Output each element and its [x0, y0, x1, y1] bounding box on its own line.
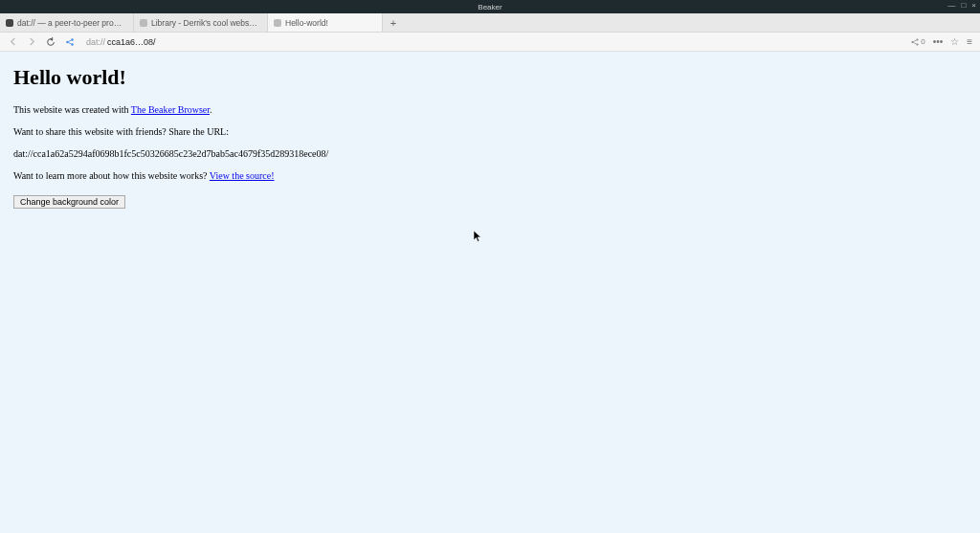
- change-background-button[interactable]: Change background color: [13, 195, 125, 209]
- svg-line-3: [68, 39, 71, 41]
- minimize-button[interactable]: —: [947, 2, 955, 10]
- maximize-button[interactable]: □: [961, 2, 966, 10]
- dat-url-text: dat://cca1a62a5294af0698b1fc5c50326685c2…: [13, 147, 967, 160]
- peers-count: 0: [921, 37, 924, 46]
- window-titlebar: Beaker — □ ×: [0, 0, 980, 13]
- window-title: Beaker: [478, 3, 501, 11]
- intro-paragraph: This website was created with The Beaker…: [13, 103, 967, 116]
- tab-dat-protocol[interactable]: dat:// — a peer-to-peer protocol: [0, 13, 134, 32]
- page-content: Hello world! This website was created wi…: [0, 52, 980, 533]
- peers-indicator[interactable]: 0: [910, 37, 924, 47]
- url-scheme: dat://: [86, 37, 105, 47]
- tab-bar: dat:// — a peer-to-peer protocol Library…: [0, 13, 980, 33]
- tab-label: Library - Derrik's cool website thing: [151, 18, 257, 28]
- beaker-browser-link[interactable]: The Beaker Browser: [131, 104, 210, 115]
- tab-library[interactable]: Library - Derrik's cool website thing: [134, 13, 268, 32]
- reload-button[interactable]: [44, 35, 57, 49]
- svg-line-4: [68, 42, 71, 44]
- page-icon: [140, 19, 147, 27]
- window-controls: — □ ×: [947, 2, 976, 10]
- intro-text: This website was created with: [13, 104, 131, 115]
- forward-button[interactable]: [25, 35, 38, 49]
- new-tab-button[interactable]: +: [383, 13, 404, 32]
- mouse-cursor-icon: [473, 230, 482, 243]
- share-paragraph: Want to share this website with friends?…: [13, 125, 967, 138]
- share-icon[interactable]: [63, 35, 77, 49]
- back-button[interactable]: [6, 35, 19, 49]
- svg-line-8: [914, 39, 917, 41]
- address-bar[interactable]: dat:// cca1a6…08/: [82, 37, 904, 47]
- toolbar-right: 0 ••• ☆ ≡: [910, 36, 974, 47]
- toolbar: dat:// cca1a6…08/ 0 ••• ☆ ≡: [0, 33, 980, 52]
- learn-text: Want to learn more about how this websit…: [13, 170, 210, 181]
- tab-hello-world[interactable]: Hello-world!: [268, 13, 383, 32]
- page-icon: [274, 19, 281, 27]
- bookmark-star-icon[interactable]: ☆: [950, 36, 959, 47]
- more-button[interactable]: •••: [933, 36, 944, 47]
- hamburger-menu-icon[interactable]: ≡: [967, 36, 972, 47]
- tab-label: Hello-world!: [285, 18, 328, 28]
- url-host: cca1a6…08/: [107, 37, 156, 47]
- view-source-link[interactable]: View the source!: [210, 170, 275, 181]
- close-button[interactable]: ×: [971, 2, 976, 10]
- intro-text-end: .: [210, 104, 212, 115]
- globe-icon: [6, 19, 13, 27]
- page-heading: Hello world!: [13, 65, 967, 90]
- svg-line-9: [914, 42, 917, 44]
- tab-label: dat:// — a peer-to-peer protocol: [17, 18, 123, 28]
- learn-paragraph: Want to learn more about how this websit…: [13, 169, 967, 182]
